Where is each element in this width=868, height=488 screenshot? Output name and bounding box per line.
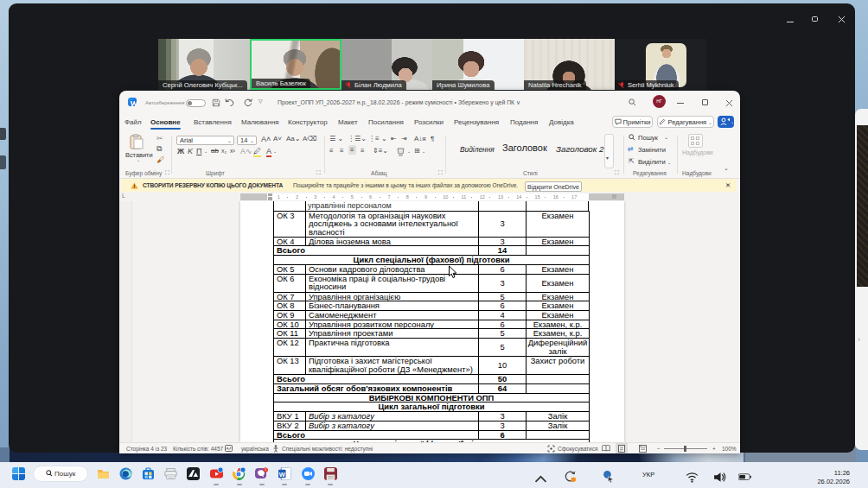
svg-text:⌄: ⌄	[731, 119, 734, 124]
svg-text:W: W	[279, 471, 286, 478]
